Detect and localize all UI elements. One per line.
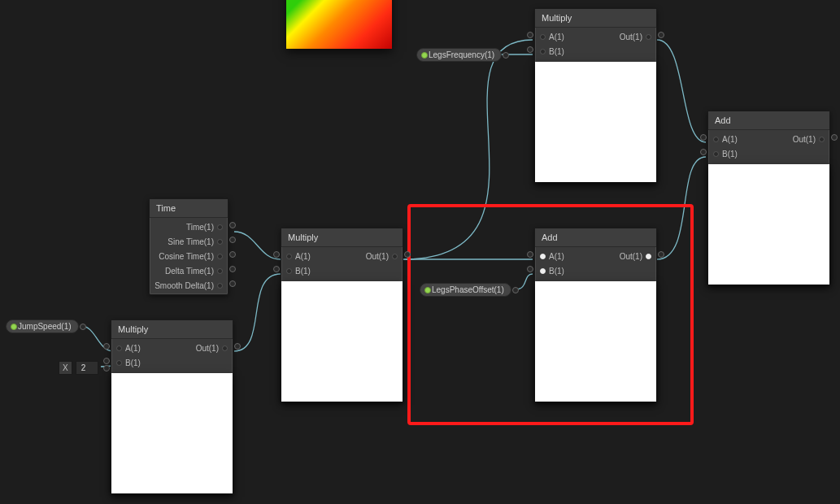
property-dot-icon <box>421 52 428 59</box>
property-dot-icon <box>11 324 17 330</box>
node-add[interactable]: Add A(1) Out(1) B(1) <box>707 111 830 285</box>
port-out[interactable]: Out(1) <box>788 135 829 144</box>
port-in[interactable]: A(1) <box>535 33 569 41</box>
port-out-icon[interactable] <box>80 324 86 330</box>
property-label: LegsFrequency(1) <box>429 50 494 59</box>
port-out-icon[interactable] <box>503 52 509 59</box>
port-out[interactable]: Cosine Time(1) <box>154 252 228 261</box>
property-dot-icon <box>424 287 431 293</box>
property-jumpspeed[interactable]: JumpSpeed(1) <box>6 319 79 333</box>
constant-label: X <box>59 361 72 375</box>
constant-value[interactable]: 2 <box>76 361 98 375</box>
port-out[interactable]: Sine Time(1) <box>163 237 228 246</box>
port-out[interactable]: Smooth Delta(1) <box>150 281 228 290</box>
port-out[interactable]: Time(1) <box>181 223 228 232</box>
node-title: Multiply <box>281 228 403 247</box>
node-title: Multiply <box>535 9 656 28</box>
node-preview <box>281 281 403 402</box>
property-legsfrequency[interactable]: LegsFrequency(1) <box>416 48 502 62</box>
port-out[interactable]: Out(1) <box>615 33 656 41</box>
port-in[interactable]: A(1) <box>281 252 316 261</box>
port-in[interactable]: A(1) <box>111 344 146 353</box>
node-preview <box>535 281 656 402</box>
node-title: Add <box>535 228 656 247</box>
port-in[interactable]: B(1) <box>535 267 569 276</box>
port-in[interactable]: B(1) <box>535 47 569 56</box>
port-in[interactable]: A(1) <box>708 135 742 144</box>
port-out[interactable]: Out(1) <box>361 252 403 261</box>
port-out[interactable]: Out(1) <box>191 344 233 353</box>
node-title: Multiply <box>111 320 233 339</box>
gradient-preview <box>286 0 392 49</box>
node-title: Add <box>708 111 829 130</box>
port-out-icon[interactable] <box>103 365 110 371</box>
port-out[interactable]: Out(1) <box>615 252 656 261</box>
port-in[interactable]: B(1) <box>708 150 742 159</box>
node-preview <box>708 164 829 285</box>
property-legsphaseoffset[interactable]: LegsPhaseOffset(1) <box>420 283 511 297</box>
node-title: Time <box>150 199 228 218</box>
node-add[interactable]: Add A(1) Out(1) B(1) <box>534 228 657 402</box>
node-time[interactable]: Time Time(1) Sine Time(1) Cosine Time(1)… <box>149 198 228 295</box>
constant-field[interactable]: X 2 <box>59 361 110 375</box>
node-multiply[interactable]: Multiply A(1) Out(1) B(1) <box>534 8 657 183</box>
property-label: LegsPhaseOffset(1) <box>432 285 504 294</box>
port-out-icon[interactable] <box>512 287 519 293</box>
port-in[interactable]: B(1) <box>281 267 316 276</box>
node-preview <box>535 62 656 182</box>
port-in[interactable]: B(1) <box>111 358 146 367</box>
port-in[interactable]: A(1) <box>535 252 569 261</box>
node-preview <box>111 373 233 493</box>
port-out[interactable]: Delta Time(1) <box>160 267 228 276</box>
property-label: JumpSpeed(1) <box>18 322 72 331</box>
node-multiply[interactable]: Multiply A(1) Out(1) B(1) <box>281 228 403 402</box>
node-multiply[interactable]: Multiply A(1) Out(1) B(1) <box>111 319 233 494</box>
